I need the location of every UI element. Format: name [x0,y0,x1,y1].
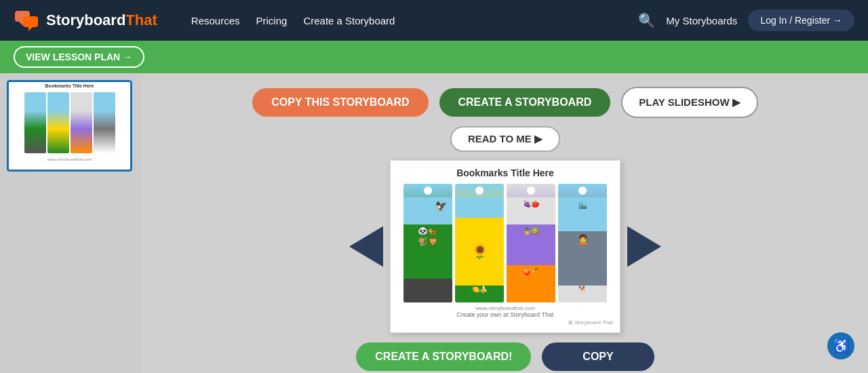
sidebar: Bookmarks Title Here www.storyboardthat.… [0,73,142,373]
bookmark-1: 🦅 🐼🐅 🐒🦁 [403,184,452,302]
green-bar: VIEW LESSON PLAN → [0,41,868,73]
thumbnail-inner: Bookmarks Title Here www.storyboardthat.… [9,82,130,170]
right-area: COPY THIS STORYBOARD CREATE A STORYBOARD… [142,73,868,373]
bookmark-4: 🏙️ 🧑‍🦱 🐕 [558,184,607,302]
sidebar-thumbnail[interactable]: Bookmarks Title Here www.storyboardthat.… [7,80,132,172]
storyboard-subtitle: Create your own at Storyboard That [397,311,613,318]
prev-arrow[interactable] [349,227,383,267]
next-arrow[interactable] [627,227,661,267]
action-buttons: COPY THIS STORYBOARD CREATE A STORYBOARD… [252,87,758,118]
search-button[interactable]: 🔍 [638,12,655,28]
storyboard-title: Bookmarks Title Here [397,168,613,178]
logo-icon [14,7,41,34]
thumbnail-footer: www.storyboardthat.com [9,156,130,163]
svg-rect-2 [23,16,38,27]
view-lesson-button[interactable]: VIEW LESSON PLAN → [14,46,144,68]
bookmark-pin-2 [475,186,484,195]
copy-storyboard-button[interactable]: COPY THIS STORYBOARD [252,88,428,117]
svg-marker-3 [28,27,33,31]
bookmark-3: 🍇🍅 🍍🥝 🍑🍊 [507,184,555,302]
my-storyboards-link[interactable]: My Storyboards [666,15,737,26]
storyboard-footer: www.storyboardthat.com [397,305,613,311]
header-right: 🔍 My Storyboards Log In / Register → [638,9,854,31]
logo-text: StoryboardThat [46,12,157,29]
bottom-buttons: CREATE A STORYBOARD! COPY [356,342,654,371]
bookmarks-row: 🦅 🐼🐅 🐒🦁 🌻 [397,184,613,302]
bookmark-pin-4 [578,186,587,195]
copy-bottom-button[interactable]: COPY [542,342,654,371]
play-slideshow-button[interactable]: PLAY SLIDESHOW ▶ [621,87,758,118]
nav-resources[interactable]: Resources [191,15,240,26]
storyboard-card: Bookmarks Title Here 🦅 🐼🐅 🐒🦁 [390,160,620,333]
read-to-me-button[interactable]: READ TO ME ▶ [450,126,560,152]
logo[interactable]: StoryboardThat [14,7,157,34]
create-storyboard-bottom-button[interactable]: CREATE A STORYBOARD! [356,342,531,371]
accessibility-button[interactable]: ♿ [827,332,854,359]
main-nav: Resources Pricing Create a Storyboard [191,15,618,26]
storyboard-display: Bookmarks Title Here 🦅 🐼🐅 🐒🦁 [142,160,868,333]
nav-create[interactable]: Create a Storyboard [303,15,395,26]
thumbnail-title: Bookmarks Title Here [9,82,130,90]
main-content: Bookmarks Title Here www.storyboardthat.… [0,73,868,373]
header: StoryboardThat Resources Pricing Create … [0,0,868,41]
bookmark-2: 🌻 🍋🍌 [455,184,504,302]
thumbnail-bookmarks [9,90,130,156]
login-button[interactable]: Log In / Register → [748,9,854,31]
bookmark-pin-1 [424,186,432,195]
bookmark-pin-3 [527,186,535,195]
create-storyboard-button[interactable]: CREATE A STORYBOARD [439,88,611,117]
nav-pricing[interactable]: Pricing [256,15,288,26]
storyboard-watermark: ⊞ Storyboard That [397,319,613,326]
svg-marker-1 [19,22,23,26]
